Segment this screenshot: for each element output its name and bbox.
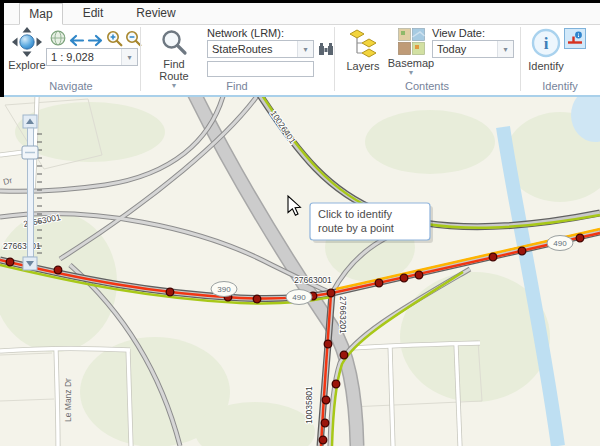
identify-route-location-icon: [565, 29, 585, 48]
ribbon-tab-bar: Map Edit Review: [4, 3, 600, 25]
route-label-west-horiz: 27663101: [3, 241, 41, 251]
tab-edit[interactable]: Edit: [70, 3, 116, 24]
explore-label: Explore: [8, 60, 45, 71]
layers-button[interactable]: Layers: [342, 28, 384, 72]
search-routes-button[interactable]: [317, 41, 335, 61]
route-input[interactable]: [207, 61, 314, 77]
layers-label: Layers: [346, 61, 379, 72]
shield-490-mid: 490: [292, 293, 306, 302]
view-date-label: View Date:: [432, 27, 485, 39]
view-date-value: Today: [433, 41, 497, 57]
dropdown-arrow-icon[interactable]: ▾: [121, 49, 137, 65]
tooltip-line-2: route by a point: [318, 222, 394, 234]
globe-icon: [50, 30, 66, 46]
basemap-icon: [398, 28, 425, 57]
explore-icon: [11, 27, 43, 59]
network-combo[interactable]: StateRoutes ▾: [207, 40, 314, 58]
binoculars-icon: [317, 41, 335, 57]
layers-icon: [348, 28, 378, 60]
tab-map[interactable]: Map: [19, 3, 63, 25]
full-extent-button[interactable]: [50, 30, 66, 50]
route-label-south-vert: 27663201: [338, 296, 348, 334]
tab-review[interactable]: Review: [128, 3, 184, 24]
find-route-label-1: Find: [163, 59, 184, 70]
arrow-left-icon: [68, 34, 85, 47]
route-label-junction: 27663001: [294, 275, 332, 285]
basemap-button[interactable]: Basemap ▼: [388, 28, 434, 76]
map-tooltip: Click to identify route by a point: [310, 203, 433, 243]
shield-490-east: 490: [553, 239, 567, 248]
group-label-contents: Contents: [334, 80, 520, 92]
map-scale-combo[interactable]: 1 : 9,028 ▾: [46, 48, 138, 66]
network-lrm-label: Network (LRM):: [207, 27, 284, 39]
map-scale-value: 1 : 9,028: [47, 49, 121, 65]
group-label-find: Find: [140, 80, 334, 92]
find-route-icon: [160, 28, 188, 58]
identify-label: Identify: [528, 61, 563, 72]
svg-text:i: i: [544, 34, 549, 53]
window-top-edge: [0, 0, 600, 3]
view-date-combo[interactable]: Today ▾: [432, 40, 514, 58]
network-combo-value: StateRoutes: [208, 41, 297, 57]
explore-button[interactable]: Explore: [6, 27, 48, 71]
arrow-right-icon: [87, 34, 104, 47]
window-left-edge: [0, 0, 4, 97]
route-label-bottom-vert: 10035801: [304, 386, 314, 424]
tooltip-line-1: Click to identify: [318, 208, 392, 220]
dropdown-arrow-icon[interactable]: ▾: [497, 41, 513, 57]
identify-icon: i: [531, 28, 561, 60]
basemap-label: Basemap: [388, 58, 434, 69]
group-label-identify: Identify: [520, 80, 600, 92]
chevron-down-icon: ▼: [408, 70, 415, 76]
ribbon: Explore: [4, 25, 600, 95]
shield-390: 390: [217, 285, 231, 294]
app-window: Map Edit Review Explore: [0, 0, 600, 446]
map-viewport[interactable]: 390 490 490 27663001 27663101 27663001 2…: [0, 97, 600, 446]
identify-route-location-tool[interactable]: [564, 28, 586, 49]
street-label-le-manz-dr: Le Manz Dr: [63, 378, 73, 422]
dropdown-arrow-icon[interactable]: ▾: [297, 41, 313, 57]
identify-button[interactable]: i Identify: [526, 28, 566, 72]
group-label-navigate: Navigate: [4, 80, 138, 92]
zoom-in-icon: [106, 30, 123, 47]
